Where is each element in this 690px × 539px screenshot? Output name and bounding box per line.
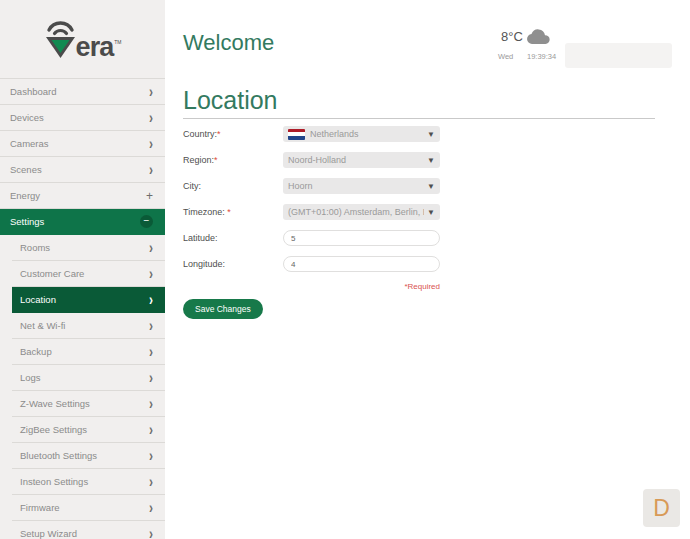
sidebar: era TM Dashboard› Devices› Cameras› Scen… [0, 0, 165, 539]
weather-clock: 19:39:34 [527, 52, 556, 61]
region-label: Region:* [183, 155, 283, 165]
chevron-right-icon: › [149, 238, 153, 256]
cloud-icon [525, 28, 551, 46]
save-changes-button[interactable]: Save Changes [183, 299, 263, 319]
chevron-down-icon: ▼ [427, 130, 435, 139]
vera-logo-v-icon [45, 19, 76, 59]
logo-text: era [76, 36, 114, 59]
sidebar-item-dashboard[interactable]: Dashboard› [0, 79, 165, 105]
city-label: City: [183, 181, 283, 191]
title-divider [183, 118, 655, 119]
sidebar-item-zigbee-settings[interactable]: ZigBee Settings› [12, 417, 165, 443]
sidebar-item-customer-care[interactable]: Customer Care› [12, 261, 165, 287]
region-select[interactable]: Noord-Holland ▼ [283, 152, 440, 168]
weather-day: Wed [498, 52, 513, 61]
chevron-down-icon: ▼ [427, 156, 435, 165]
chevron-down-icon: ▼ [427, 208, 435, 217]
timezone-select[interactable]: (GMT+01:00) Amsterdam, Berlin, Bern ▼ [283, 204, 440, 220]
sidebar-item-zwave-settings[interactable]: Z-Wave Settings› [12, 391, 165, 417]
timezone-label: Timezone: * [183, 207, 283, 217]
collapse-minus-icon[interactable]: − [140, 215, 153, 228]
timezone-row: Timezone: * (GMT+01:00) Amsterdam, Berli… [183, 204, 440, 220]
netherlands-flag-icon [288, 129, 305, 140]
latitude-row: Latitude: [183, 230, 440, 246]
sidebar-item-insteon-settings[interactable]: Insteon Settings› [12, 469, 165, 495]
chevron-right-icon: › [149, 498, 153, 516]
header-account-box[interactable] [565, 43, 672, 68]
plus-icon: + [146, 189, 153, 203]
chevron-right-icon: › [149, 394, 153, 412]
chevron-right-icon: › [149, 264, 153, 282]
sidebar-item-backup[interactable]: Backup› [12, 339, 165, 365]
sidebar-item-firmware[interactable]: Firmware› [12, 495, 165, 521]
sidebar-item-bluetooth-settings[interactable]: Bluetooth Settings› [12, 443, 165, 469]
latitude-input[interactable] [283, 230, 440, 246]
chevron-right-icon: › [149, 160, 153, 178]
sidebar-item-energy[interactable]: Energy+ [0, 183, 165, 209]
chevron-right-icon: › [149, 420, 153, 438]
vera-logo: era TM [0, 0, 165, 78]
required-note: *Required [183, 282, 440, 291]
sidebar-item-location[interactable]: Location› [12, 287, 165, 313]
sidebar-item-rooms[interactable]: Rooms› [12, 235, 165, 261]
chevron-right-icon: › [149, 316, 153, 334]
city-select[interactable]: Hoorn ▼ [283, 178, 440, 194]
main-content: Welcome 8°C Wed 19:39:34 Location Countr… [165, 0, 690, 539]
sidebar-item-cameras[interactable]: Cameras› [0, 131, 165, 157]
chat-widget-badge[interactable]: D [643, 489, 680, 527]
sidebar-item-devices[interactable]: Devices› [0, 105, 165, 131]
chevron-right-icon: › [149, 82, 153, 100]
chevron-right-icon: › [149, 472, 153, 490]
sidebar-item-scenes[interactable]: Scenes› [0, 157, 165, 183]
sidebar-item-net-wifi[interactable]: Net & Wi-fi› [12, 313, 165, 339]
chevron-right-icon: › [149, 108, 153, 126]
sidebar-nav: Dashboard› Devices› Cameras› Scenes› Ene… [0, 78, 165, 539]
chevron-right-icon: › [149, 368, 153, 386]
welcome-title: Welcome [183, 30, 274, 56]
weather-temperature: 8°C [501, 29, 523, 44]
chevron-right-icon: › [149, 524, 153, 539]
longitude-row: Longitude: [183, 256, 440, 272]
region-row: Region:* Noord-Holland ▼ [183, 152, 440, 168]
logo-trademark: TM [114, 39, 121, 45]
latitude-label: Latitude: [183, 233, 283, 243]
location-form: Country:* Netherlands ▼ Region:* Noord-H… [183, 126, 440, 319]
country-select[interactable]: Netherlands ▼ [283, 126, 440, 142]
chevron-right-icon: › [149, 290, 153, 308]
country-row: Country:* Netherlands ▼ [183, 126, 440, 142]
sidebar-item-logs[interactable]: Logs› [12, 365, 165, 391]
country-label: Country:* [183, 129, 283, 139]
longitude-input[interactable] [283, 256, 440, 272]
chevron-right-icon: › [149, 342, 153, 360]
sidebar-item-setup-wizard[interactable]: Setup Wizard› [12, 521, 165, 539]
longitude-label: Longitude: [183, 259, 283, 269]
page-title: Location [183, 86, 278, 115]
chevron-down-icon: ▼ [427, 182, 435, 191]
sidebar-item-settings[interactable]: Settings− [0, 209, 165, 235]
chevron-right-icon: › [149, 446, 153, 464]
city-row: City: Hoorn ▼ [183, 178, 440, 194]
chevron-right-icon: › [149, 134, 153, 152]
